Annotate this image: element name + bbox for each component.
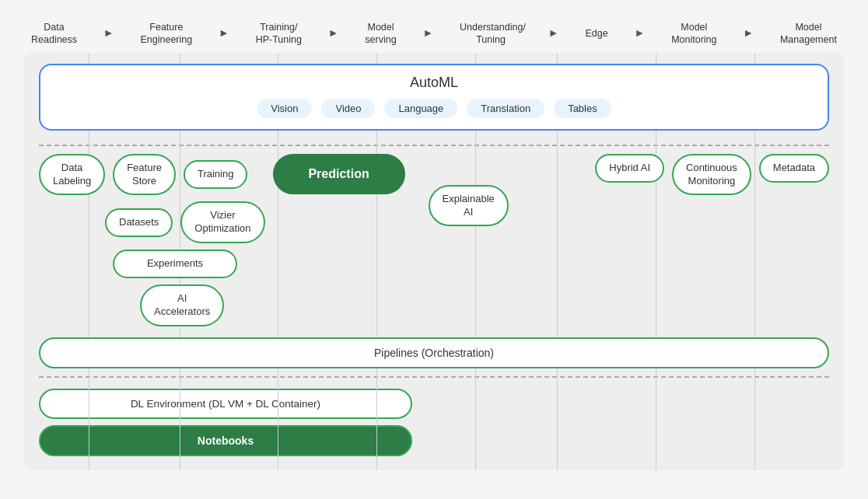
pill-hybrid-ai: Hybrid AI (595, 154, 664, 183)
pipeline-step-model-management: Model Management (780, 21, 837, 47)
prediction-group: Prediction (273, 154, 405, 195)
pill-ai-accelerators: AI Accelerators (140, 284, 224, 326)
top-row: Data Labeling Feature Store Training (39, 154, 247, 196)
cap-row-1: Data Labeling Feature Store Training Dat… (39, 154, 829, 326)
pipelines-row: Pipelines (Orchestration) (39, 337, 829, 368)
fourth-row: AI Accelerators (140, 284, 224, 326)
pill-continuous-monitoring: Continuous Monitoring (672, 154, 751, 196)
pill-datasets: Datasets (105, 208, 173, 237)
capabilities-section: Data Labeling Feature Store Training Dat… (39, 154, 829, 368)
automl-pills-row: Vision Video Language Translation Tables (56, 99, 812, 118)
right-top-row: Explainable AI Hybrid AI Continuous Moni… (413, 154, 829, 227)
pipeline-step-understanding: Understanding/ Tuning (460, 21, 522, 47)
main-container: Data Readiness ► Feature Engineering ► T… (8, 13, 860, 486)
pipeline-step-model-monitoring: Model Monitoring (671, 21, 716, 47)
diagram-area: AutoML Vision Video Language Translation… (23, 53, 845, 470)
dashed-separator-1 (39, 145, 829, 146)
pill-dl-environment: DL Environment (DL VM + DL Container) (39, 389, 412, 419)
pipeline-step-edge: Edge (586, 27, 608, 40)
pill-feature-store: Feature Store (113, 154, 176, 196)
automl-pill-translation: Translation (467, 99, 544, 118)
arrow-icon-2: ► (219, 26, 229, 39)
expl-ai-group: Explainable AI (413, 154, 509, 227)
pill-data-labeling: Data Labeling (39, 154, 105, 196)
pipeline-step-training: Training/ HP-Tuning (256, 21, 302, 47)
arrow-icon-1: ► (103, 26, 114, 39)
right-group: Explainable AI Hybrid AI Continuous Moni… (413, 154, 829, 227)
right-pills: Hybrid AI Continuous Monitoring Metadata (595, 154, 829, 196)
third-row: Experiments (113, 250, 237, 278)
arrow-icon-7: ► (743, 26, 754, 39)
automl-pill-language: Language (384, 99, 457, 118)
second-row: Datasets Vizier Optimization (105, 201, 265, 243)
automl-pill-vision: Vision (257, 99, 312, 118)
pill-experiments: Experiments (113, 250, 237, 278)
pill-pipelines: Pipelines (Orchestration) (39, 337, 829, 368)
automl-section: AutoML Vision Video Language Translation… (39, 64, 829, 131)
pill-metadata: Metadata (759, 154, 829, 183)
arrow-icon-5: ► (548, 26, 559, 39)
arrow-icon-6: ► (634, 26, 645, 39)
pipeline-step-data-readiness: Data Readiness (31, 21, 77, 47)
pill-training: Training (184, 160, 247, 189)
pipeline-header: Data Readiness ► Feature Engineering ► T… (23, 21, 845, 47)
automl-pill-video: Video (321, 99, 375, 118)
pill-notebooks: Notebooks (39, 425, 412, 456)
pill-explainable-ai: Explainable AI (429, 185, 509, 227)
arrow-icon-3: ► (328, 26, 339, 39)
pipeline-step-model-serving: Model serving (365, 21, 396, 47)
automl-pill-tables: Tables (554, 99, 611, 118)
left-group: Data Labeling Feature Store Training Dat… (39, 154, 265, 326)
pipeline-step-feature-eng: Feature Engineering (141, 21, 193, 47)
bottom-section: DL Environment (DL VM + DL Container) No… (39, 389, 829, 456)
dashed-separator-2 (39, 376, 829, 378)
pill-prediction: Prediction (273, 154, 405, 195)
arrow-icon-4: ► (422, 26, 433, 39)
automl-title: AutoML (56, 75, 812, 91)
pill-vizier: Vizier Optimization (180, 201, 264, 243)
